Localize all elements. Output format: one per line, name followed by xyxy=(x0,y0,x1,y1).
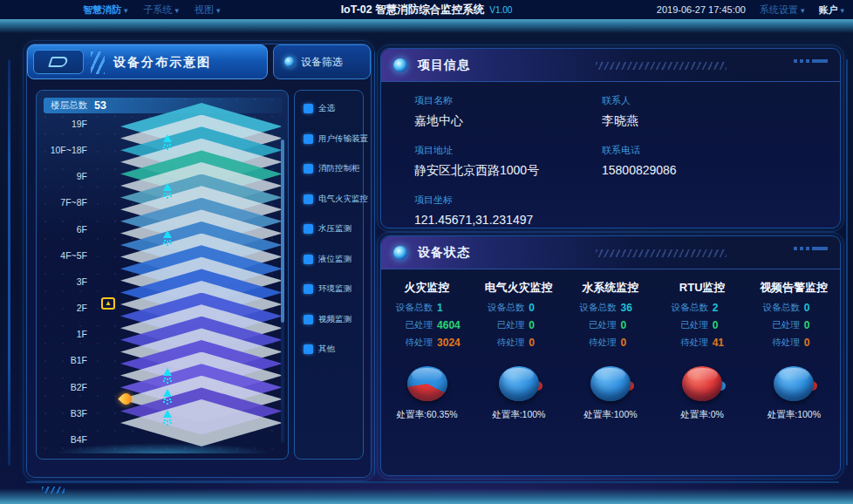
total-value: 1 xyxy=(437,302,465,314)
topbar-menu-item[interactable]: 智慧消防▾ xyxy=(83,3,128,17)
bottom-gradient-strip xyxy=(0,488,853,504)
checkbox-icon[interactable] xyxy=(304,134,313,144)
sprinkler-icon xyxy=(160,410,174,426)
checkbox-icon[interactable] xyxy=(304,344,313,354)
status-column-title: 视频告警监控 xyxy=(760,280,828,296)
filter-checkbox-item[interactable]: 其他 xyxy=(304,344,363,355)
device-filter-label: 设备筛选 xyxy=(301,55,343,70)
checkbox-icon[interactable] xyxy=(304,104,313,113)
device-filter-button[interactable]: 设备筛选 xyxy=(273,44,371,79)
scrollbar-thumb[interactable] xyxy=(281,140,284,323)
floor-label[interactable]: 1F xyxy=(44,329,87,339)
floor-label[interactable]: 9F xyxy=(44,171,87,181)
project-field-label: 项目名称 xyxy=(414,94,602,107)
pie-gloss xyxy=(687,368,718,383)
status-column: 火灾监控 设备总数 1 已处理 4604 待处理 3024 xyxy=(381,276,473,421)
checkbox-icon[interactable] xyxy=(304,284,313,294)
d-logo-icon xyxy=(33,50,84,74)
checkbox-icon[interactable] xyxy=(304,164,313,174)
pending-label: 待处理 xyxy=(756,337,800,349)
disposal-rate-value: 0% xyxy=(711,409,724,421)
floor-label[interactable]: 3F xyxy=(44,276,87,287)
filter-checkbox-item[interactable]: 视频监测 xyxy=(304,314,363,325)
chevron-down-icon: ▾ xyxy=(840,6,844,15)
total-label: 设备总数 xyxy=(665,302,708,314)
floor-label[interactable]: 10F~18F xyxy=(44,145,87,155)
datetime-label: 2019-06-27 17:45:00 xyxy=(657,4,746,15)
floor-label[interactable]: 6F xyxy=(44,224,87,235)
topbar-menu-item[interactable]: 视图▾ xyxy=(194,3,221,17)
filter-checkbox-item[interactable]: 消防控制柜 xyxy=(304,163,363,174)
processed-row: 已处理 0 xyxy=(657,319,748,331)
disposal-rate-label: 处置率: xyxy=(680,409,710,421)
system-settings-menu[interactable]: 系统设置▾ xyxy=(760,3,805,17)
status-column-title: 火灾监控 xyxy=(405,280,450,296)
device-distribution-title: 设备分布示意图 xyxy=(113,45,211,78)
filter-dot-icon xyxy=(284,57,295,67)
status-column: 电气火灾监控 设备总数 0 已处理 0 待处理 0 xyxy=(473,276,564,421)
project-field: 项目地址 静安区北京西路1000号 xyxy=(414,144,602,179)
total-row: 设备总数 0 xyxy=(473,302,564,314)
processed-row: 已处理 4604 xyxy=(381,319,473,331)
pending-label: 待处理 xyxy=(665,337,708,349)
pending-row: 待处理 0 xyxy=(473,337,564,349)
account-menu[interactable]: 账户▾ xyxy=(818,3,844,17)
disposal-rate-text: 处置率: 60.35% xyxy=(397,409,458,421)
chevron-down-icon: ▾ xyxy=(175,6,180,15)
app-title-text: IoT-02 智慧消防综合监控系统 xyxy=(341,3,485,17)
checkbox-icon[interactable] xyxy=(304,194,313,204)
checkbox-icon[interactable] xyxy=(304,224,313,234)
pending-row: 待处理 0 xyxy=(748,337,840,349)
filter-checkbox-item[interactable]: 用户传输装置 xyxy=(304,133,363,145)
floor-label[interactable]: 7F~8F xyxy=(44,197,87,208)
pending-value: 0 xyxy=(529,337,556,349)
panel-divider xyxy=(374,52,375,476)
filter-checkbox-item[interactable]: 全选 xyxy=(304,103,363,114)
header-ornament xyxy=(794,247,828,250)
floor-label[interactable]: B4F xyxy=(44,434,87,445)
pending-value: 0 xyxy=(804,337,832,349)
floor-label[interactable]: 2F xyxy=(44,303,87,313)
filter-checkbox-item[interactable]: 环境监测 xyxy=(304,283,363,295)
filter-checkbox-item[interactable]: 电气火灾监控 xyxy=(304,194,363,205)
processed-value: 4604 xyxy=(437,319,465,331)
floor-label[interactable]: B3F xyxy=(44,408,87,419)
disposal-rate-pie xyxy=(590,366,631,401)
disposal-rate-label: 处置率: xyxy=(492,409,522,421)
disposal-rate-pie xyxy=(499,366,539,401)
floor-label[interactable]: 19F xyxy=(44,119,87,129)
project-field-value: 15800829086 xyxy=(602,163,822,177)
account-label: 账户 xyxy=(818,4,837,15)
project-field-label: 联系人 xyxy=(602,94,822,107)
project-field-label: 项目坐标 xyxy=(414,194,602,207)
system-settings-label: 系统设置 xyxy=(760,4,798,15)
disposal-rate-value: 60.35% xyxy=(426,409,458,421)
status-columns: 火灾监控 设备总数 1 已处理 4604 待处理 3024 xyxy=(381,269,840,421)
processed-label: 已处理 xyxy=(665,319,708,331)
status-column-title: 水系统监控 xyxy=(582,280,638,296)
pending-label: 待处理 xyxy=(572,337,616,349)
floor-label[interactable]: 4F~5F xyxy=(44,250,87,261)
disposal-rate-value: 100% xyxy=(614,409,638,421)
filter-checkbox-item[interactable]: 水压监测 xyxy=(304,223,363,235)
project-info-panel: 项目信息 项目名称 嘉地中心 联系人 李晓燕 项目地址 静安区北京西路1000号 xyxy=(380,48,841,228)
sprinkler-icon xyxy=(160,183,174,199)
disposal-rate-label: 处置率: xyxy=(768,409,797,421)
disposal-rate-pie xyxy=(774,366,814,401)
device-distribution-titlebar: 设备分布示意图 xyxy=(27,44,268,79)
device-filter-list: 全选 用户传输装置 消防控制柜 电气火灾监控 xyxy=(294,90,364,460)
checkbox-icon[interactable] xyxy=(304,255,313,264)
device-status-panel: 设备状态 火灾监控 设备总数 1 已处理 4604 待处理 xyxy=(380,235,841,476)
panel-dot-icon xyxy=(393,246,407,260)
total-label: 设备总数 xyxy=(756,302,800,314)
disposal-rate-pie xyxy=(682,366,722,401)
checkbox-icon[interactable] xyxy=(304,315,313,324)
project-field: 联系人 李晓燕 xyxy=(602,94,822,129)
filter-checkbox-item[interactable]: 液位监测 xyxy=(304,254,363,265)
topbar-menu-item[interactable]: 子系统▾ xyxy=(144,3,180,17)
floor-label[interactable]: B1F xyxy=(44,355,87,365)
floor-total-label: 楼层总数 xyxy=(51,99,87,112)
filter-label: 电气火灾监控 xyxy=(318,194,368,205)
filter-label: 视频监测 xyxy=(318,314,351,325)
floor-label[interactable]: B2F xyxy=(44,382,87,392)
